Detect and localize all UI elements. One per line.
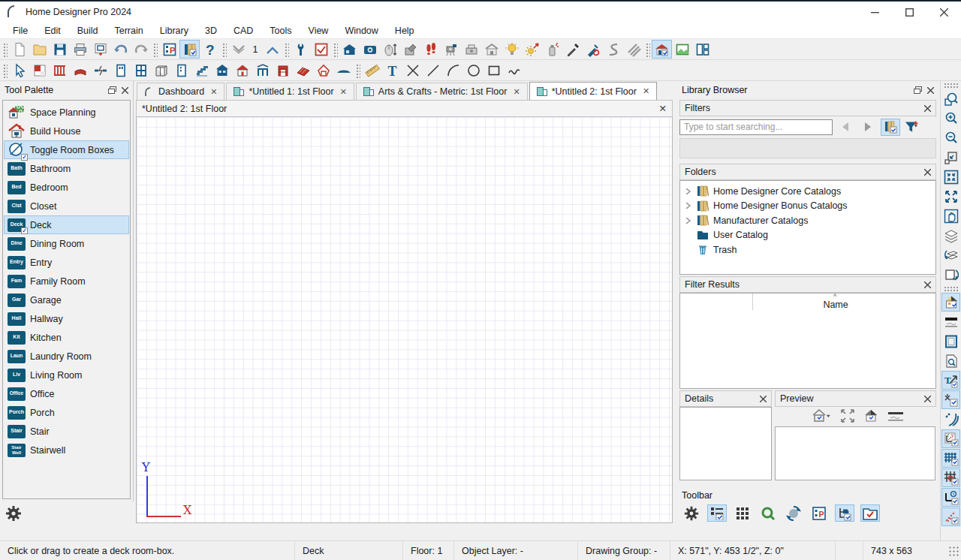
light-button[interactable] [502,40,522,59]
expand-chevron-icon[interactable] [685,188,692,194]
menu-help[interactable]: Help [387,26,423,36]
undo-button[interactable] [110,40,131,59]
stairs-tool-button[interactable] [191,61,212,80]
window-tool-button[interactable] [131,61,151,80]
curve-tool-button[interactable] [603,40,623,59]
toolbar-grip[interactable] [355,63,360,78]
tab-arts-crafts[interactable]: Arts & Crafts - Metric: 1st Floor ✕ [356,83,528,100]
spline-tool-button[interactable] [504,61,524,80]
folder-check-icon[interactable] [860,504,880,522]
exterior-house-button[interactable] [232,61,252,80]
tree-item-manufacturer-catalogs[interactable]: Manufacturer Catalogs [680,213,935,228]
swap-layers-icon[interactable] [941,245,960,264]
close-button[interactable] [926,2,961,23]
show-markers-icon[interactable] [941,390,960,409]
toolbar-grip[interactable] [152,42,158,57]
color-on-off-icon[interactable] [941,293,960,312]
walkthrough-button[interactable] [420,40,441,59]
record-walkthrough-button[interactable] [441,40,461,59]
resize-grip[interactable] [948,546,959,556]
menu-library[interactable]: Library [152,26,197,36]
perspective-camera-button[interactable] [360,40,380,59]
tab-dashboard[interactable]: Dashboard ✕ [137,83,224,100]
zoom-in-icon[interactable] [941,109,960,128]
palette-item-build-house[interactable]: Build House [4,122,129,140]
adjust-settings-button[interactable] [291,40,311,59]
break-tool-button[interactable] [90,61,110,80]
expand-window-icon[interactable] [941,187,960,206]
undo-zoom-icon[interactable] [941,148,960,167]
text-tool-button[interactable]: T [382,61,402,80]
toolbar-grip[interactable] [944,83,959,88]
minimize-button[interactable] [857,2,892,23]
tree-item-user-catalog[interactable]: User Catalog [680,228,935,243]
document-close-icon[interactable]: ✕ [659,103,667,114]
circle-tool-button[interactable] [463,61,484,80]
close-section-icon[interactable] [924,169,931,176]
print-preview-page-icon[interactable] [941,351,960,370]
close-section-icon[interactable] [924,105,931,112]
fireplace-tool-button[interactable] [273,61,293,80]
dormer-tool-button[interactable] [313,61,333,80]
palette-item-deck[interactable]: Deck✓ Deck [4,215,129,234]
cabinet-tool-button[interactable] [151,61,171,80]
palette-item-hallway[interactable]: Hall Hallway [4,309,129,328]
porch-tool-button[interactable] [252,61,273,80]
preview-expand-icon[interactable] [841,409,854,423]
preferences-button[interactable] [311,40,331,59]
library-settings-gear-icon[interactable] [682,504,701,522]
preview-line-style-icon[interactable] [887,411,904,421]
palette-item-dining-room[interactable]: Dine Dining Room [4,234,129,253]
snap-curve-icon[interactable] [941,410,960,429]
menu-tools[interactable]: Tools [261,26,300,36]
toolbar-grip[interactable] [645,42,650,57]
search-next-icon[interactable] [858,119,878,136]
redo-button[interactable] [131,40,151,59]
show-grid-icon[interactable] [941,449,960,468]
render-technique-button[interactable] [461,40,481,59]
toolbar-grip[interactable] [2,63,8,78]
select-objects-button[interactable] [9,61,29,80]
palette-item-office[interactable]: Office Office [4,384,129,403]
menu-3d[interactable]: 3D [197,26,225,36]
expand-chevron-icon[interactable] [685,218,692,224]
tab-untitled-2[interactable]: *Untitled 2: 1st Floor ✕ [529,82,657,100]
skylight-tool-button[interactable] [333,61,354,80]
show-axes-icon[interactable]: zy [941,429,960,448]
point-marker-tool-button[interactable] [402,61,423,80]
menu-window[interactable]: Window [336,26,386,36]
update-library-icon[interactable] [784,504,803,522]
plan-view-button[interactable] [652,40,672,59]
tab-close-icon[interactable]: ✕ [643,86,649,96]
project-browser-button[interactable]: P [159,40,179,59]
zoom-out-icon[interactable] [941,128,960,147]
palette-settings-gear-icon[interactable] [5,504,23,522]
layers-icon[interactable] [941,226,960,245]
save-button[interactable] [50,40,70,59]
tree-item-core-catalogs[interactable]: Home Designer Core Catalogs [680,184,935,199]
palette-item-laundry-room[interactable]: Laun Laundry Room [4,347,129,366]
grid-snaps-icon[interactable] [941,468,960,487]
preview-color-toggle-icon[interactable] [863,409,878,423]
plan-canvas[interactable]: Y X [136,117,673,523]
tab-close-icon[interactable]: ✕ [340,87,347,97]
float-panel-icon[interactable] [108,86,116,94]
mouse-orbit-button[interactable] [380,40,400,59]
roof-plane-button[interactable] [293,61,313,80]
palette-item-closet[interactable]: Clst Closet [4,197,129,215]
toolbar-grip[interactable] [2,42,8,57]
expand-chevron-icon[interactable] [685,203,692,209]
angle-snaps-icon[interactable] [941,488,960,507]
filter-results-list[interactable]: ^ Name [679,293,936,389]
tree-item-trash[interactable]: Trash [680,242,935,257]
close-section-icon[interactable] [924,396,931,402]
close-section-icon[interactable] [760,396,767,402]
close-panel-icon[interactable] [122,87,128,94]
close-section-icon[interactable] [924,282,931,288]
railing-tool-button[interactable] [50,61,70,80]
marker-button[interactable] [583,40,603,59]
adjust-camera-button[interactable] [400,40,420,59]
tree-view-icon[interactable] [835,504,854,522]
grid-view-icon[interactable] [733,504,752,522]
maximize-button[interactable] [892,2,926,23]
